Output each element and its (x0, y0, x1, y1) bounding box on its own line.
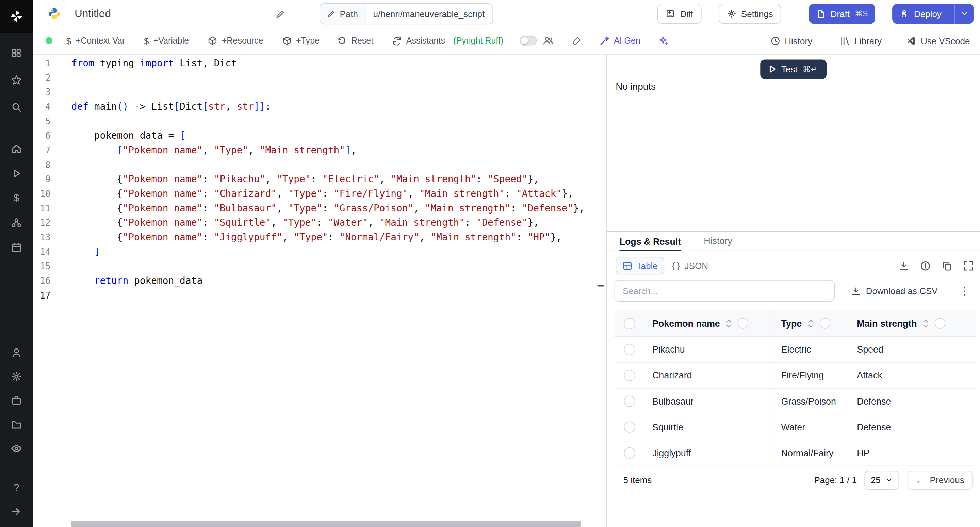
table-options-kebab-icon[interactable]: ⋮ (956, 285, 974, 297)
download-csv-button[interactable]: Download as CSV (848, 285, 942, 297)
column-toggle-circle[interactable] (935, 318, 946, 329)
test-shortcut: ⌘↵ (802, 64, 817, 74)
reset-button[interactable]: Reset (337, 36, 373, 46)
column-header[interactable]: Type (773, 310, 849, 336)
code-line[interactable]: 3 (33, 85, 606, 100)
page-size-select[interactable]: 25 (864, 471, 898, 490)
users-icon[interactable] (5, 341, 28, 364)
code-line[interactable]: 13 {"Pokemon name": "Jigglypuff", "Type"… (33, 230, 606, 245)
code-line[interactable]: 14 ] (33, 245, 606, 259)
search-icon[interactable] (5, 96, 28, 119)
code-line[interactable]: 8 (33, 158, 606, 172)
code-line[interactable]: 2 (33, 71, 606, 85)
schedules-calendar-icon[interactable] (5, 236, 28, 259)
sort-icon[interactable] (726, 319, 732, 328)
multiplayer-users-icon[interactable] (543, 35, 554, 46)
code-line[interactable]: 11 {"Pokemon name": "Bulbasaur", "Type":… (33, 201, 606, 216)
use-vscode-button[interactable]: Use VScode (907, 36, 970, 46)
runs-play-icon[interactable] (5, 162, 28, 185)
variables-dollar-icon[interactable]: $ (5, 187, 28, 210)
editor-horizontal-scrollbar[interactable] (72, 521, 581, 527)
resources-nodes-icon[interactable] (5, 211, 28, 234)
code-line[interactable]: 10 {"Pokemon name": "Charizard", "Type":… (33, 187, 606, 201)
script-path-value[interactable]: u/henri/maneuverable_script (366, 8, 492, 19)
table-icon (623, 261, 632, 270)
view-table-chip[interactable]: Table (616, 257, 665, 275)
settings-gear-icon[interactable] (5, 365, 28, 388)
page-indicator: Page: 1 / 1 (814, 475, 857, 485)
code-lines[interactable]: 1from typing import List, Dict234def mai… (33, 55, 606, 303)
diff-button[interactable]: Diff (657, 3, 701, 24)
code-line[interactable]: 12 {"Pokemon name": "Squirtle", "Type": … (33, 216, 606, 230)
table-row[interactable]: BulbasaurGrass/PoisonDefense (614, 389, 976, 414)
row-checkbox[interactable] (614, 440, 645, 465)
add-type-button[interactable]: +Type (282, 36, 320, 46)
column-header[interactable]: Main strength (849, 310, 976, 336)
previous-page-button[interactable]: ← Previous (907, 471, 972, 490)
audit-eye-icon[interactable] (5, 437, 28, 460)
history-button[interactable]: History (770, 36, 813, 46)
column-toggle-circle[interactable] (738, 318, 749, 329)
expand-sidebar-arrow-icon[interactable] (5, 500, 28, 523)
code-line[interactable]: 17 (33, 288, 606, 303)
tab-history[interactable]: History (704, 232, 732, 251)
code-line[interactable]: 1from typing import List, Dict (33, 56, 606, 71)
windmill-logo[interactable] (0, 0, 33, 33)
add-variable-button[interactable]: $+Variable (144, 36, 189, 46)
table-row[interactable]: JigglypuffNormal/FairyHP (614, 440, 976, 466)
view-json-chip[interactable]: {} JSON (665, 257, 714, 275)
table-row[interactable]: PikachuElectricSpeed (614, 337, 976, 363)
download-result-icon[interactable] (899, 260, 910, 271)
select-all-checkbox[interactable] (614, 310, 645, 336)
draft-button[interactable]: Draft ⌘S (809, 3, 875, 24)
sparkles-icon[interactable] (658, 36, 668, 46)
sort-icon[interactable] (923, 319, 929, 328)
sort-icon[interactable] (808, 319, 814, 328)
search-input[interactable] (614, 280, 835, 302)
path-label: Path (320, 3, 366, 24)
test-button[interactable]: Test ⌘↵ (760, 59, 827, 79)
library-button[interactable]: Library (840, 36, 882, 46)
package-icon (208, 36, 218, 46)
home-icon[interactable] (5, 138, 28, 160)
add-context-var-button[interactable]: $+Context Var (66, 36, 125, 46)
ai-gen-button[interactable]: AI Gen (599, 36, 640, 46)
row-checkbox[interactable] (614, 389, 645, 414)
apps-grid-icon[interactable] (5, 41, 28, 64)
info-icon[interactable] (920, 260, 931, 271)
row-checkbox[interactable] (614, 337, 645, 362)
edit-title-pencil-icon[interactable] (275, 8, 285, 19)
column-toggle-circle[interactable] (819, 318, 830, 329)
folders-icon[interactable] (5, 413, 28, 436)
expand-fullscreen-icon[interactable] (963, 260, 974, 271)
help-icon[interactable]: ? (5, 476, 28, 499)
add-resource-button[interactable]: +Resource (208, 36, 263, 46)
code-line[interactable]: 9 {"Pokemon name": "Pikachu", "Type": "E… (33, 172, 606, 187)
code-line[interactable]: 15 (33, 259, 606, 274)
code-line[interactable]: 7 ["Pokemon name", "Type", "Main strengt… (33, 143, 606, 158)
code-line[interactable]: 5 (33, 114, 606, 129)
star-icon[interactable] (5, 69, 28, 92)
table-row[interactable]: SquirtleWaterDefense (614, 414, 976, 440)
column-header[interactable]: Pokemon name (645, 310, 773, 336)
arrow-left-icon: ← (915, 475, 925, 485)
row-checkbox[interactable] (614, 414, 645, 440)
python-logo-icon (48, 7, 60, 20)
row-checkbox[interactable] (614, 363, 645, 388)
workers-briefcase-icon[interactable] (5, 389, 28, 412)
table-row[interactable]: CharizardFire/FlyingAttack (614, 363, 976, 389)
code-editor[interactable]: 1from typing import List, Dict234def mai… (33, 55, 607, 527)
deploy-dropdown-chevron-icon[interactable] (954, 3, 974, 24)
library-icon (840, 36, 850, 46)
script-path-group[interactable]: Path u/henri/maneuverable_script (320, 3, 493, 24)
format-brush-icon[interactable] (572, 36, 582, 46)
copy-result-icon[interactable] (942, 260, 953, 271)
code-line[interactable]: 16 return pokemon_data (33, 274, 606, 288)
code-line[interactable]: 6 pokemon_data = [ (33, 129, 606, 143)
tab-logs-result[interactable]: Logs & Result (619, 232, 681, 251)
code-line[interactable]: 4def main() -> List[Dict[str, str]]: (33, 100, 606, 114)
assistants-toggle[interactable] (520, 36, 537, 46)
deploy-button[interactable]: Deploy (892, 3, 974, 24)
settings-button[interactable]: Settings (718, 3, 781, 24)
assistants-button[interactable]: Assistants (Pyright Ruff) (392, 36, 503, 46)
